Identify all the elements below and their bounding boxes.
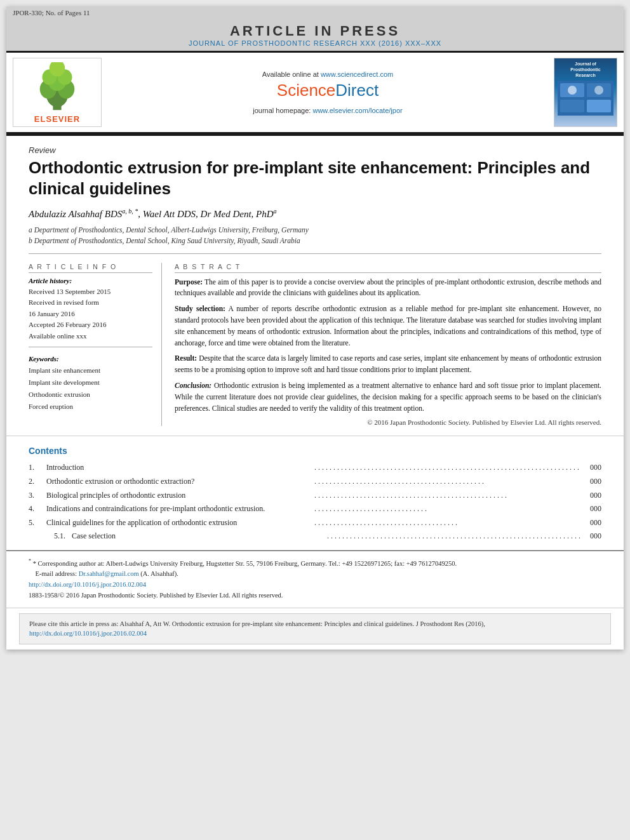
- journal-name-top: JOURNAL OF PROSTHODONTIC RESEARCH XXX (2…: [6, 39, 624, 50]
- available-date: Available online xxx: [29, 331, 152, 342]
- homepage-link[interactable]: www.elsevier.com/locate/jpor: [312, 107, 402, 114]
- abstract-study: Study selection: A number of reports des…: [175, 303, 601, 349]
- toc-item-4: 4. Indications and contraindications for…: [29, 502, 601, 516]
- toc-item-3: 3. Biological principles of orthodontic …: [29, 489, 601, 503]
- keywords-heading: Keywords:: [29, 355, 152, 363]
- sciencedirect-link[interactable]: www.sciencedirect.com: [321, 70, 393, 78]
- abstract-conclusion: Conclusion: Orthodontic extrusion is bei…: [175, 380, 601, 414]
- authors: Abdulaziz Alsahhaf BDSa, b, *, Wael Att …: [29, 208, 601, 220]
- two-column-section: A R T I C L E I N F O Article history: R…: [29, 263, 601, 427]
- contents-section: Contents 1. Introduction . . . . . . . .…: [6, 436, 624, 550]
- keyword-2: Implant site development: [29, 377, 152, 389]
- journal-ref: JPOR-330; No. of Pages 11: [13, 9, 90, 17]
- science-text: Science: [277, 81, 336, 100]
- svg-rect-11: [560, 100, 584, 112]
- citation-text: Please cite this article in press as: Al…: [29, 620, 485, 627]
- accepted-date: Accepted 26 February 2016: [29, 319, 152, 331]
- affiliations: a Department of Prosthodontics, Dental S…: [29, 225, 601, 254]
- review-label: Review: [29, 145, 601, 155]
- cover-image: [558, 81, 613, 116]
- received-date: Received 13 September 2015: [29, 286, 152, 298]
- article-title: Orthodontic extrusion for pre-implant si…: [29, 157, 601, 199]
- header-section: ELSEVIER Available online at www.science…: [6, 53, 624, 134]
- issn-line: 1883-1958/© 2016 Japan Prosthodontic Soc…: [29, 590, 601, 601]
- main-content: Review Orthodontic extrusion for pre-imp…: [6, 136, 624, 436]
- elsevier-tree-icon: [29, 62, 86, 113]
- journal-homepage: journal homepage: www.elsevier.com/locat…: [253, 107, 402, 114]
- affiliation-a: a Department of Prosthodontics, Dental S…: [29, 225, 601, 236]
- direct-text: Direct: [335, 81, 379, 100]
- email-note: E-mail address: Dr.sahhaf@gmail.com (A. …: [29, 569, 601, 580]
- doi-line: http://dx.doi.org/10.1016/j.jpor.2016.02…: [29, 580, 601, 590]
- revised-date: Received in revised form16 January 2016: [29, 297, 152, 319]
- elsevier-logo: ELSEVIER: [13, 58, 102, 127]
- corresponding-author-note: * * Corresponding author at: Albert-Ludw…: [29, 557, 601, 569]
- citation-bar: Please cite this article in press as: Al…: [19, 613, 611, 645]
- toc-item-1: 1. Introduction . . . . . . . . . . . . …: [29, 461, 601, 475]
- citation-link[interactable]: http://dx.doi.org/10.1016/j.jpor.2016.02…: [29, 630, 147, 637]
- contents-heading: Contents: [29, 446, 601, 456]
- svg-point-14: [594, 86, 603, 95]
- doi-link[interactable]: http://dx.doi.org/10.1016/j.jpor.2016.02…: [29, 581, 146, 588]
- svg-rect-12: [587, 100, 611, 112]
- sciencedirect-logo: ScienceDirect: [277, 81, 379, 100]
- article-info-col: A R T I C L E I N F O Article history: R…: [29, 263, 162, 427]
- affiliation-b: b Department of Prosthodontics, Dental S…: [29, 236, 601, 246]
- author2-name: , Wael Att DDS, Dr Med Dent, PhD: [138, 209, 273, 219]
- abstract-heading: A B S T R A C T: [175, 263, 601, 273]
- available-online: Available online at www.sciencedirect.co…: [262, 70, 393, 78]
- kw-divider: [29, 347, 152, 347]
- svg-point-13: [568, 86, 577, 95]
- journal-cover: Journal ofProsthodonticResearch: [554, 58, 617, 127]
- author1-name: Abdulaziz Alsahhaf BDS: [29, 209, 122, 219]
- keyword-3: Orthodontic extrusion: [29, 389, 152, 401]
- article-in-press-title: ARTICLE IN PRESS: [6, 23, 624, 39]
- elsevier-text: ELSEVIER: [34, 114, 80, 124]
- author2-sup: a: [274, 208, 277, 215]
- abstract-col: A B S T R A C T Purpose: The aim of this…: [175, 263, 601, 427]
- author1-sup: a, b, *: [122, 208, 138, 215]
- article-info-heading: A R T I C L E I N F O: [29, 263, 152, 273]
- keyword-4: Forced eruption: [29, 401, 152, 413]
- abstract-result: Result: Despite that the scarce data is …: [175, 353, 601, 376]
- footer-notes: * * Corresponding author at: Albert-Ludw…: [6, 550, 624, 608]
- toc-item-5: 5. Clinical guidelines for the applicati…: [29, 516, 601, 530]
- keyword-1: Implant site enhancement: [29, 364, 152, 377]
- journal-cover-title: Journal ofProsthodonticResearch: [570, 61, 600, 78]
- abstract-purpose: Purpose: The aim of this paper is to pro…: [175, 277, 601, 300]
- email-link[interactable]: Dr.sahhaf@gmail.com: [79, 570, 139, 577]
- toc-item-2: 2. Orthodontic extrusion or orthodontic …: [29, 475, 601, 489]
- article-history-heading: Article history:: [29, 277, 152, 284]
- toc-item-5-1: 5.1. Case selection . . . . . . . . . . …: [29, 530, 601, 543]
- copyright-line: © 2016 Japan Prosthodontic Society. Publ…: [175, 418, 601, 426]
- header-middle: Available online at www.sciencedirect.co…: [108, 58, 547, 127]
